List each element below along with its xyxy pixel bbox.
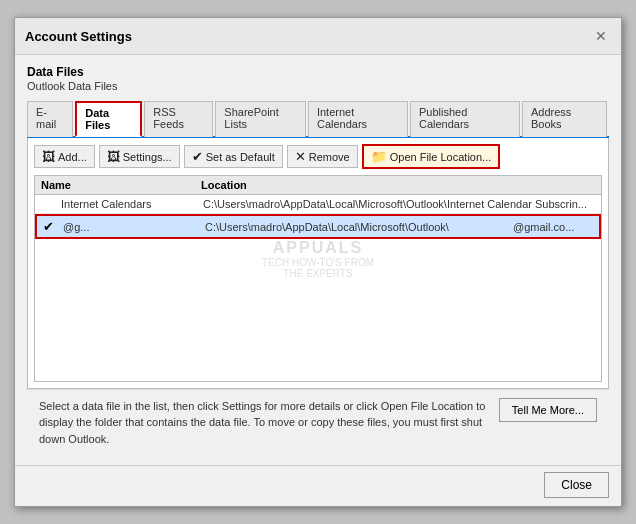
tell-me-more-button[interactable]: Tell Me More...: [499, 398, 597, 422]
title-bar: Account Settings ✕: [15, 18, 621, 55]
dialog-footer: Close: [15, 465, 621, 506]
row-location-2: C:\Users\madro\AppData\Local\Microsoft\O…: [205, 221, 513, 233]
bottom-section: Select a data file in the list, then cli…: [27, 389, 609, 456]
open-file-label: Open File Location...: [390, 151, 492, 163]
table-row-selected[interactable]: ✔ @g... C:\Users\madro\AppData\Local\Mic…: [35, 214, 601, 239]
tab-internet-calendars[interactable]: Internet Calendars: [308, 101, 408, 137]
settings-icon: 🖼: [107, 149, 120, 164]
remove-icon: ✕: [295, 149, 306, 164]
checkmark-icon: ✔: [192, 149, 203, 164]
settings-label: Settings...: [123, 151, 172, 163]
dialog-body: Data Files Outlook Data Files E-mail Dat…: [15, 55, 621, 465]
set-default-button[interactable]: ✔ Set as Default: [184, 145, 283, 168]
row-extra-2: @gmail.co...: [513, 221, 593, 233]
open-file-location-button[interactable]: 📁 Open File Location...: [362, 144, 501, 169]
bottom-description: Select a data file in the list, then cli…: [39, 398, 487, 448]
row-name-1: Internet Calendars: [61, 198, 203, 210]
table-row[interactable]: Internet Calendars C:\Users\madro\AppDat…: [35, 195, 601, 214]
col-location-header: Location: [201, 179, 595, 191]
tab-rss-feeds[interactable]: RSS Feeds: [144, 101, 213, 137]
dialog-title: Account Settings: [25, 29, 132, 44]
tab-address-books[interactable]: Address Books: [522, 101, 607, 137]
remove-button[interactable]: ✕ Remove: [287, 145, 358, 168]
watermark: APPUALS TECH HOW-TO'S FROM THE EXPERTS: [262, 239, 374, 279]
title-close-button[interactable]: ✕: [591, 26, 611, 46]
watermark-line1: APPUALS: [262, 239, 374, 257]
tab-sharepoint-lists[interactable]: SharePoint Lists: [215, 101, 306, 137]
settings-button[interactable]: 🖼 Settings...: [99, 145, 180, 168]
tab-content: 🖼 Add... 🖼 Settings... ✔ Set as Default …: [27, 138, 609, 389]
watermark-line3: THE EXPERTS: [262, 268, 374, 279]
remove-label: Remove: [309, 151, 350, 163]
col-name-header: Name: [41, 179, 201, 191]
watermark-area: APPUALS TECH HOW-TO'S FROM THE EXPERTS: [35, 239, 601, 279]
set-default-label: Set as Default: [206, 151, 275, 163]
file-table: Name Location Internet Calendars C:\User…: [34, 175, 602, 382]
watermark-line2: TECH HOW-TO'S FROM: [262, 257, 374, 268]
table-header: Name Location: [35, 176, 601, 195]
tabs-row: E-mail Data Files RSS Feeds SharePoint L…: [27, 100, 609, 138]
tab-published-calendars[interactable]: Published Calendars: [410, 101, 520, 137]
add-button[interactable]: 🖼 Add...: [34, 145, 95, 168]
folder-icon: 📁: [371, 149, 387, 164]
account-settings-dialog: Account Settings ✕ Data Files Outlook Da…: [14, 17, 622, 507]
section-subheader: Outlook Data Files: [27, 80, 609, 92]
tab-data-files[interactable]: Data Files: [75, 101, 142, 137]
row-location-1: C:\Users\madro\AppData\Local\Microsoft\O…: [203, 198, 595, 210]
close-dialog-button[interactable]: Close: [544, 472, 609, 498]
section-header: Data Files: [27, 65, 609, 79]
toolbar: 🖼 Add... 🖼 Settings... ✔ Set as Default …: [34, 144, 602, 169]
add-icon: 🖼: [42, 149, 55, 164]
tab-email[interactable]: E-mail: [27, 101, 73, 137]
row-icon-2: ✔: [43, 219, 61, 234]
add-label: Add...: [58, 151, 87, 163]
row-name-2: @g...: [63, 221, 205, 233]
